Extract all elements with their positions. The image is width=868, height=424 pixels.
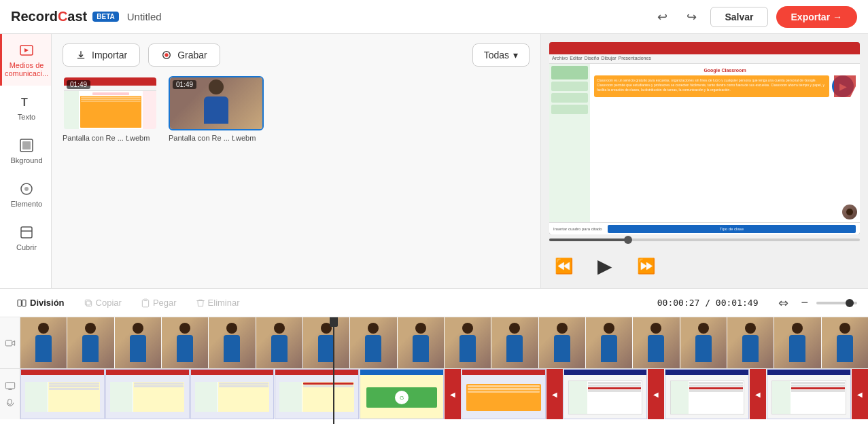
svg-rect-3 [22,141,31,149]
video-frame [491,317,538,368]
video-frame [350,317,396,368]
svg-rect-7 [77,58,85,58]
arrow-frame: ◀ [445,369,461,419]
play-button[interactable]: ▶ [592,252,618,280]
video-frame [67,317,114,368]
preview-progress-bar[interactable] [549,238,860,241]
svg-rect-11 [22,300,26,306]
import-icon [75,50,86,60]
svg-rect-16 [5,383,14,389]
zoom-controls: ⇔ − [774,294,857,312]
svg-point-9 [164,53,168,56]
media-grid: 01:49 Pantalla con Re ... t.webm 01:49 [52,76,540,153]
sidebar-label-media: Medios de comunicaci... [5,61,48,77]
timeline-area: División Copiar Pegar Eliminar 00:00:27 … [0,288,868,424]
screen-frame [105,369,190,419]
sidebar-item-media[interactable]: Medios de comunicaci... [0,34,51,86]
save-button[interactable]: Salvar [710,7,767,27]
arrow-frame: ◀ [750,369,766,419]
video-frame [774,317,820,368]
export-button[interactable]: Exportar → [776,6,857,28]
filter-chevron-icon: ▾ [513,50,518,60]
media-icon [18,42,35,58]
svg-rect-14 [144,299,147,300]
header-actions: ↩ ↪ Salvar Exportar → [652,6,857,28]
preview-description: Classroom es un servicio gratuito para e… [594,75,829,97]
audio-track-icon [5,397,16,408]
sidebar-item-background[interactable]: Bkground [0,129,51,173]
timestamp-badge: 01:49 [67,80,90,89]
preview-controls: ⏪ ▶ ⏩ [549,247,860,280]
paste-label: Pegar [153,298,177,308]
paste-button[interactable]: Pegar [135,295,182,311]
sidebar-label-element: Elemento [11,200,42,208]
fast-forward-button[interactable]: ⏩ [631,255,661,278]
list-item[interactable]: 01:49 Pantalla con Re ... t.webm [169,76,264,142]
sidebar-item-text[interactable]: T Texto [0,86,51,129]
timeline-time-display: 00:00:27 / 00:01:49 [657,298,759,308]
video-frame [539,317,585,368]
timestamp-badge: 01:49 [173,80,196,89]
screen-frame [665,369,749,419]
person-silhouette [199,80,233,127]
background-icon [18,137,35,154]
content-toolbar: Importar Grabar Todas ▾ [52,34,540,76]
video-frame [822,317,868,368]
preview-heading: Google Classroom [594,68,856,73]
screen-track-icon [5,381,16,391]
preview-progress-area: ⏪ ▶ ⏩ [549,234,860,280]
preview-toolbar-bar: ArchivoEditarDiseñoDibujarPresentaciones [549,54,860,64]
division-label: División [30,298,65,308]
logo-area: RecordCast BETA [11,9,119,24]
delete-label: Eliminar [208,298,240,308]
header: RecordCast BETA Untitled ↩ ↪ Salvar Expo… [0,0,868,34]
record-button[interactable]: Grabar [148,43,220,67]
zoom-out-button[interactable]: − [797,294,812,311]
delete-button[interactable]: Eliminar [190,295,245,311]
zoom-slider[interactable] [816,302,857,304]
beta-badge: BETA [92,12,118,22]
arrow-frame: ◀ [648,369,664,419]
sidebar-label-background: Bkground [10,156,42,164]
undo-button[interactable]: ↩ [652,7,673,27]
arrow-frame: ◀ [852,369,868,419]
video-frame [633,317,679,368]
svg-rect-13 [85,300,90,305]
import-button[interactable]: Importar [63,43,140,67]
screen-track-content[interactable]: G ◀ ◀ [20,369,868,419]
record-icon [161,50,172,60]
preview-top-bar [549,42,860,54]
video-frame [209,317,255,368]
video-frame [303,317,349,368]
redo-button[interactable]: ↪ [681,7,702,27]
rewind-button[interactable]: ⏪ [549,255,578,278]
sidebar-item-cover[interactable]: Cubrir [0,216,51,260]
webcam-track [0,317,868,368]
media-thumbnail: 01:49 [169,76,264,130]
svg-rect-10 [18,300,21,306]
filter-label: Todas [484,50,509,60]
svg-rect-12 [86,301,92,306]
video-frame [586,317,632,368]
filter-button[interactable]: Todas ▾ [472,43,530,67]
division-icon [16,298,27,308]
zoom-fit-button[interactable]: ⇔ [774,294,793,312]
track-icons-screen [0,369,20,419]
project-title[interactable]: Untitled [127,11,644,22]
video-frame [680,317,727,368]
screen-frame [767,369,851,419]
screen-frame [20,369,105,419]
webcam-track-content[interactable] [20,317,868,368]
sidebar-item-element[interactable]: Elemento [0,173,51,216]
import-label: Importar [92,50,127,60]
sidebar-label-cover: Cubrir [16,243,37,251]
cover-icon [18,224,35,241]
text-icon: T [18,94,35,110]
paste-icon [141,298,150,308]
division-button[interactable]: División [11,295,70,311]
screen-frame [190,369,275,419]
element-icon [18,181,35,197]
record-label: Grabar [177,50,207,60]
list-item[interactable]: 01:49 Pantalla con Re ... t.webm [63,76,158,142]
copy-button[interactable]: Copiar [78,295,127,311]
